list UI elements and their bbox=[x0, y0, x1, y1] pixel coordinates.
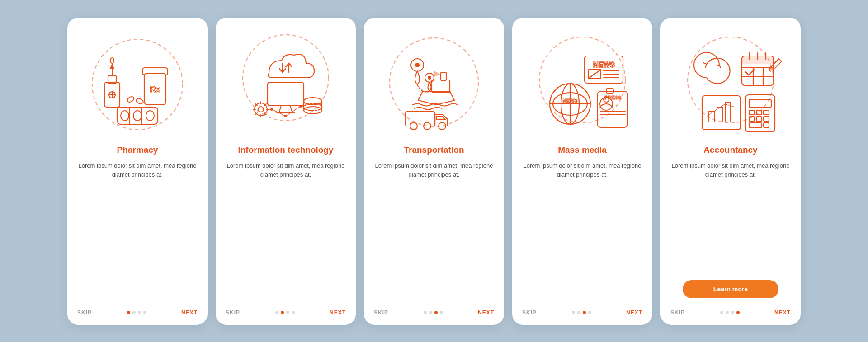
dot-4 bbox=[440, 311, 443, 314]
svg-rect-102 bbox=[756, 117, 762, 121]
accountancy-text: Lorem ipsum dolor sit dim amet, mea regi… bbox=[670, 161, 791, 272]
pharmacy-dots bbox=[127, 311, 146, 314]
svg-rect-100 bbox=[764, 110, 769, 115]
svg-point-57 bbox=[428, 76, 431, 80]
transportation-text: Lorem ipsum dolor sit dim amet, mea regi… bbox=[374, 161, 494, 296]
accountancy-next[interactable]: NEXT bbox=[774, 309, 791, 316]
svg-rect-109 bbox=[717, 107, 722, 122]
accountancy-skip[interactable]: SKIP bbox=[670, 309, 685, 316]
pharmacy-footer: SKIP NEXT bbox=[77, 305, 198, 316]
svg-rect-50 bbox=[432, 80, 450, 93]
accountancy-title: Accountancy bbox=[703, 145, 757, 155]
transportation-footer: SKIP NEXT bbox=[374, 305, 494, 316]
svg-rect-104 bbox=[749, 123, 762, 127]
dot-1 bbox=[127, 311, 130, 314]
pharmacy-illustration: Rx bbox=[83, 30, 192, 139]
accountancy-illustration bbox=[676, 30, 785, 139]
svg-rect-98 bbox=[749, 110, 755, 115]
transportation-next[interactable]: NEXT bbox=[478, 309, 494, 316]
dot-3 bbox=[286, 311, 289, 314]
svg-text:Rx: Rx bbox=[150, 85, 160, 94]
pharmacy-next[interactable]: NEXT bbox=[181, 309, 198, 316]
svg-text:NEWS: NEWS bbox=[563, 98, 578, 103]
svg-rect-96 bbox=[745, 95, 775, 132]
svg-point-55 bbox=[415, 63, 420, 67]
svg-rect-51 bbox=[441, 72, 446, 80]
svg-point-37 bbox=[304, 98, 322, 105]
svg-point-62 bbox=[539, 37, 625, 123]
card-pharmacy: Rx Pharmacy Lorem ipsum dolor bbox=[67, 18, 208, 325]
dot-4 bbox=[143, 311, 146, 314]
it-next[interactable]: NEXT bbox=[330, 309, 346, 316]
transportation-skip[interactable]: SKIP bbox=[374, 309, 388, 316]
svg-rect-103 bbox=[764, 117, 769, 121]
svg-point-18 bbox=[127, 95, 135, 103]
dot-4 bbox=[588, 311, 591, 314]
svg-marker-4 bbox=[110, 63, 114, 69]
svg-point-28 bbox=[258, 107, 264, 112]
mass-media-next[interactable]: NEXT bbox=[626, 309, 642, 316]
pharmacy-title: Pharmacy bbox=[117, 145, 158, 155]
dot-2 bbox=[132, 311, 136, 314]
svg-point-5 bbox=[110, 58, 114, 63]
mass-media-title: Mass media bbox=[558, 145, 607, 155]
dot-2 bbox=[281, 311, 284, 314]
it-text: Lorem ipsum dolor sit dim amet, mea regi… bbox=[226, 161, 346, 296]
svg-line-48 bbox=[286, 106, 301, 116]
svg-rect-110 bbox=[725, 103, 731, 122]
svg-point-13 bbox=[121, 111, 129, 121]
cards-container: Rx Pharmacy Lorem ipsum dolor bbox=[49, 4, 819, 338]
learn-more-button[interactable]: Learn more bbox=[683, 280, 779, 298]
svg-point-0 bbox=[92, 39, 183, 130]
transportation-dots bbox=[424, 311, 443, 314]
mass-media-footer: SKIP NEXT bbox=[522, 305, 642, 316]
mass-media-dots bbox=[572, 311, 591, 314]
svg-rect-105 bbox=[764, 123, 769, 127]
accountancy-footer: SKIP NEXT bbox=[670, 305, 791, 316]
dot-3 bbox=[731, 311, 734, 314]
dot-3 bbox=[138, 311, 141, 314]
dot-4 bbox=[736, 311, 740, 314]
dot-2 bbox=[726, 311, 729, 314]
accountancy-footer-row: SKIP NEXT bbox=[670, 309, 791, 316]
dot-3 bbox=[583, 311, 586, 314]
it-skip[interactable]: SKIP bbox=[226, 309, 240, 316]
svg-point-19 bbox=[136, 98, 144, 104]
mass-media-skip[interactable]: SKIP bbox=[522, 309, 537, 316]
svg-point-14 bbox=[133, 111, 142, 121]
card-accountancy: Accountancy Lorem ipsum dolor sit dim am… bbox=[660, 18, 801, 325]
svg-rect-106 bbox=[702, 96, 741, 130]
mass-media-illustration: NEWS NEWS bbox=[528, 30, 637, 139]
accountancy-dots bbox=[720, 311, 740, 314]
pharmacy-skip[interactable]: SKIP bbox=[77, 309, 92, 316]
svg-rect-12 bbox=[117, 107, 158, 124]
pharmacy-text: Lorem ipsum dolor sit dim amet, mea regi… bbox=[77, 161, 198, 296]
card-mass-media: NEWS NEWS bbox=[512, 18, 652, 325]
dot-1 bbox=[424, 311, 427, 314]
dot-2 bbox=[577, 311, 580, 314]
transportation-title: Transportation bbox=[404, 145, 464, 155]
mass-media-text: Lorem ipsum dolor sit dim amet, mea regi… bbox=[522, 161, 642, 296]
svg-rect-23 bbox=[268, 82, 304, 106]
it-illustration bbox=[231, 30, 340, 139]
svg-point-15 bbox=[146, 111, 154, 121]
svg-point-49 bbox=[390, 38, 478, 126]
dot-4 bbox=[292, 311, 295, 314]
dot-2 bbox=[429, 311, 432, 314]
dot-1 bbox=[720, 311, 723, 314]
svg-line-66 bbox=[588, 70, 601, 79]
svg-line-24 bbox=[279, 106, 281, 113]
it-footer: SKIP NEXT bbox=[226, 305, 346, 316]
svg-text:NEWS: NEWS bbox=[593, 61, 615, 69]
it-title: Information technology bbox=[238, 145, 333, 155]
dot-3 bbox=[434, 311, 438, 314]
svg-marker-53 bbox=[434, 71, 441, 77]
transportation-illustration bbox=[380, 30, 488, 139]
dot-1 bbox=[275, 311, 278, 314]
card-it: Information technology Lorem ipsum dolor… bbox=[216, 18, 356, 325]
it-dots bbox=[275, 311, 295, 314]
svg-text:PRESS: PRESS bbox=[604, 95, 621, 100]
dot-1 bbox=[572, 311, 575, 314]
card-transportation: Transportation Lorem ipsum dolor sit dim… bbox=[364, 18, 504, 325]
